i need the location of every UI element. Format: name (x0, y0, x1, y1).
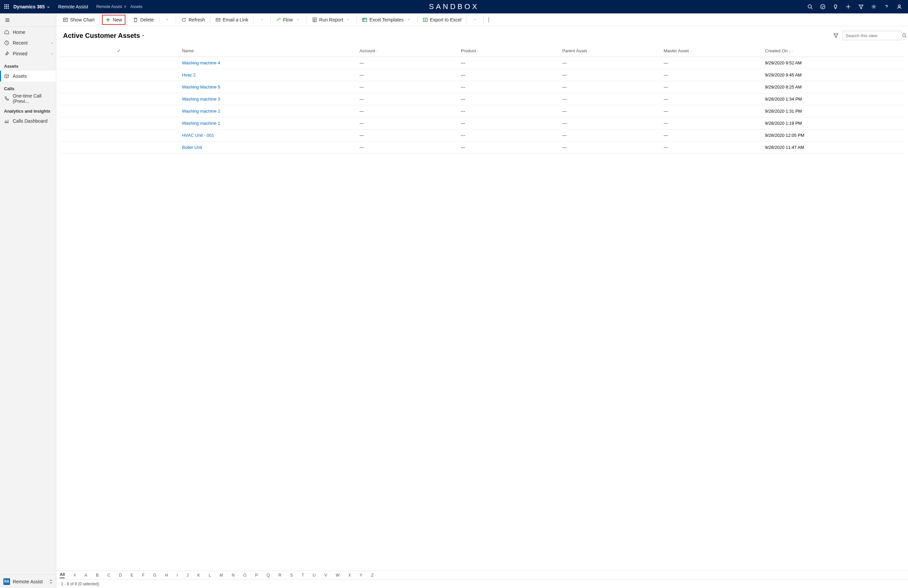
alpha-letter[interactable]: G (153, 573, 156, 578)
alpha-letter[interactable]: I (177, 573, 178, 578)
alpha-letter[interactable]: M (220, 573, 223, 578)
email-link-dropdown[interactable]: › (256, 16, 268, 24)
search-input[interactable] (843, 31, 901, 40)
table-row[interactable]: Hvac 2------------9/29/2020 9:45 AM (60, 69, 905, 81)
alpha-letter[interactable]: X (348, 573, 351, 578)
alpha-letter[interactable]: L (209, 573, 211, 578)
task-icon[interactable] (820, 4, 826, 10)
product-switcher[interactable]: Dynamics 365 (13, 4, 50, 10)
alpha-letter[interactable]: W (336, 573, 340, 578)
column-header-account[interactable]: Account› (356, 45, 457, 57)
asset-link[interactable]: Washing Machine 5 (182, 85, 221, 90)
column-header-name[interactable]: Name› (178, 45, 356, 57)
person-icon[interactable] (897, 4, 902, 10)
alpha-letter[interactable]: # (74, 573, 76, 578)
alpha-letter[interactable]: D (119, 573, 122, 578)
sidebar-item-home[interactable]: Home (0, 27, 56, 37)
email-link-button[interactable]: Email a Link (213, 15, 251, 24)
table-row[interactable]: Washing machine 4------------9/29/2020 9… (60, 57, 905, 69)
row-select[interactable] (60, 105, 178, 117)
sidebar-item-one-time-call[interactable]: One-time Call (Previ... (0, 93, 56, 104)
alpha-letter[interactable]: K (197, 573, 200, 578)
asset-link[interactable]: Washing machine 1 (182, 120, 221, 126)
run-report-button[interactable]: Run Report › (309, 15, 355, 24)
alpha-letter[interactable]: A (85, 573, 87, 578)
alpha-letter[interactable]: V (324, 573, 327, 578)
sidebar-item-calls-dashboard[interactable]: Calls Dashboard (0, 116, 56, 126)
funnel-icon[interactable] (832, 32, 840, 40)
table-row[interactable]: Washing machine 3------------9/28/2020 1… (60, 93, 905, 105)
export-excel-dropdown[interactable]: › (469, 16, 481, 24)
row-select[interactable] (60, 93, 178, 105)
delete-button[interactable]: Delete (130, 15, 157, 24)
alpha-letter[interactable]: U (312, 573, 316, 578)
alpha-letter[interactable]: Z (371, 573, 374, 578)
cell-product: --- (457, 69, 558, 81)
sidebar-item-recent[interactable]: Recent › (0, 37, 56, 48)
sidebar-item-assets[interactable]: Assets (0, 71, 56, 82)
alpha-letter[interactable]: J (187, 573, 188, 578)
row-select[interactable] (60, 141, 178, 154)
row-select[interactable] (60, 69, 178, 81)
lightbulb-icon[interactable] (833, 4, 838, 10)
alpha-letter[interactable]: Q (267, 573, 270, 578)
plus-icon[interactable] (845, 4, 851, 10)
delete-dropdown[interactable]: › (161, 16, 174, 24)
help-icon[interactable] (884, 4, 889, 10)
breadcrumb-segment[interactable]: Remote Assist (96, 4, 129, 9)
row-select[interactable] (60, 129, 178, 141)
alpha-letter[interactable]: E (130, 573, 133, 578)
column-header-parent[interactable]: Parent Asset› (558, 45, 660, 57)
alpha-letter[interactable]: H (165, 573, 168, 578)
asset-link[interactable]: HVAC Unit - 001 (182, 133, 214, 138)
asset-link[interactable]: Washing machine 3 (182, 96, 221, 101)
more-commands-button[interactable] (486, 15, 492, 25)
flow-button[interactable]: Flow › (273, 15, 304, 24)
refresh-button[interactable]: Refresh (178, 15, 208, 24)
asset-link[interactable]: Washing machine 2 (182, 109, 221, 114)
alpha-letter[interactable]: B (96, 573, 98, 578)
excel-templates-button[interactable]: Excel Templates › (359, 15, 415, 24)
sidebar-item-label: One-time Call (Previ... (13, 93, 56, 104)
asset-link[interactable]: Hvac 2 (182, 72, 196, 77)
column-header-master[interactable]: Master Asset› (660, 45, 761, 57)
hamburger-button[interactable] (0, 13, 56, 27)
waffle-icon[interactable] (3, 3, 10, 10)
row-select[interactable] (60, 81, 178, 93)
table-row[interactable]: Boiler Unit------------9/28/2020 11:47 A… (60, 141, 905, 154)
export-excel-button[interactable]: X Export to Excel (420, 15, 465, 24)
alpha-letter[interactable]: S (290, 573, 293, 578)
alpha-letter[interactable]: Y (360, 573, 362, 578)
alpha-letter[interactable]: T (301, 573, 304, 578)
column-header-product[interactable]: Product› (457, 45, 558, 57)
gear-icon[interactable] (871, 4, 876, 10)
search-icon[interactable] (807, 4, 813, 10)
alpha-letter[interactable]: N (232, 573, 235, 578)
search-field[interactable] (845, 33, 902, 38)
sidebar-item-pinned[interactable]: Pinned › (0, 48, 56, 59)
alpha-letter[interactable]: All (60, 572, 65, 578)
table-row[interactable]: Washing Machine 5------------9/29/2020 8… (60, 81, 905, 93)
asset-link[interactable]: Washing machine 4 (182, 60, 221, 65)
table-row[interactable]: HVAC Unit - 001------------9/28/2020 12:… (60, 129, 905, 141)
alpha-letter[interactable]: O (243, 573, 246, 578)
row-select[interactable] (60, 117, 178, 129)
funnel-icon[interactable] (858, 4, 864, 10)
view-tools (832, 31, 901, 40)
sidebar-app-switcher[interactable]: RA Remote Assist (0, 575, 56, 588)
table-row[interactable]: Washing machine 2------------9/28/2020 1… (60, 105, 905, 117)
alpha-letter[interactable]: R (279, 573, 282, 578)
asset-link[interactable]: Boiler Unit (182, 145, 202, 150)
row-select[interactable] (60, 57, 178, 69)
alpha-letter[interactable]: F (142, 573, 144, 578)
breadcrumb-segment[interactable]: Assets (130, 4, 143, 9)
view-selector[interactable]: Active Customer Assets › (63, 32, 144, 40)
column-header-created[interactable]: Created On↓› (761, 45, 905, 57)
show-chart-button[interactable]: Show Chart (60, 15, 98, 24)
new-button[interactable]: New (102, 15, 126, 25)
table-row[interactable]: Washing machine 1------------9/28/2020 1… (60, 117, 905, 129)
alpha-letter[interactable]: P (255, 573, 258, 578)
select-all-column[interactable]: ✓ (60, 45, 178, 57)
chevron-updown-icon (49, 579, 53, 584)
alpha-letter[interactable]: C (107, 573, 110, 578)
